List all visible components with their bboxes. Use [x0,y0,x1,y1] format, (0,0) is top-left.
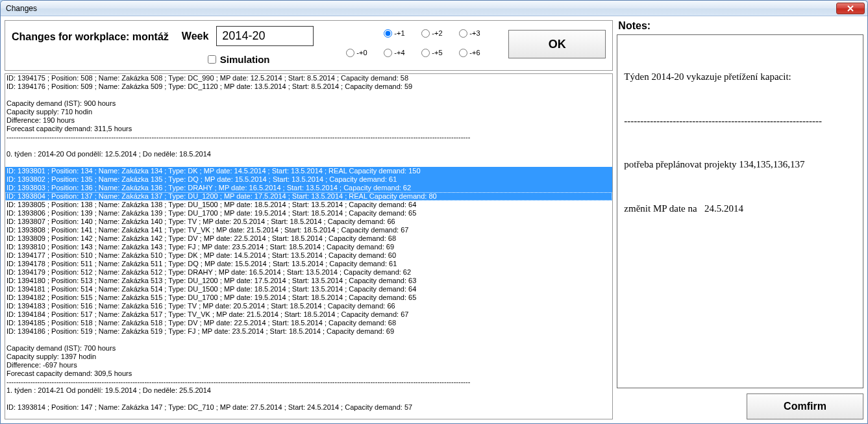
list-item[interactable]: ID: 1394178 ; Position: 511 ; Name: Zaká… [5,260,612,268]
list-divider: ----------------------------------------… [5,133,612,142]
list-item[interactable]: Capacity demand (IST): 700 hours [5,344,612,353]
list-item[interactable]: ID: 1394175 ; Position: 508 ; Name: Zaká… [5,74,612,82]
list-item[interactable]: ID: 1393805 ; Position: 138 ; Name: Zaká… [5,201,612,209]
notes-label: Notes: [617,20,863,32]
changes-list[interactable]: ID: 1394175 ; Position: 508 ; Name: Zaká… [5,74,612,419]
list-item[interactable]: ID: 1394185 ; Position: 518 ; Name: Zaká… [5,319,612,327]
radio-plus4[interactable] [384,49,392,57]
week-offset-radios: -+0 -+1 -+2 -+3 -+4 -+5 [346,26,495,60]
list-item[interactable]: ID: 1394183 ; Position: 516 ; Name: Zaká… [5,302,612,310]
week-input[interactable] [216,26,314,46]
radio-label: -+1 [394,29,404,37]
list-blank [5,158,612,167]
list-item[interactable]: ID: 1394177 ; Position: 510 ; Name: Zaká… [5,251,612,260]
list-item[interactable]: ID: 1393814 ; Position: 147 ; Name: Zaká… [5,403,612,412]
list-item[interactable]: Capacity supply: 710 hodin [5,108,612,116]
list-item[interactable]: ID: 1393808 ; Position: 141 ; Name: Zaká… [5,226,612,234]
list-divider: ----------------------------------------… [5,378,612,386]
list-item[interactable]: ID: 1394186 ; Position: 519 ; Name: Zaká… [5,327,612,336]
radio-label: -+4 [394,49,404,56]
list-blank [5,91,612,99]
close-button[interactable] [836,3,865,14]
list-item[interactable]: 1. týden : 2014-21 Od pondělí: 19.5.2014… [5,386,612,395]
list-item[interactable]: ID: 1394179 ; Position: 512 ; Name: Zaká… [5,268,612,277]
list-item[interactable]: ID: 1394184 ; Position: 517 ; Name: Zaká… [5,310,612,319]
list-item[interactable]: ID: 1393807 ; Position: 140 ; Name: Zaká… [5,218,612,226]
radio-label: -+5 [432,49,442,56]
list-item[interactable]: ID: 1394176 ; Position: 509 ; Name: Zaká… [5,82,612,91]
list-item[interactable]: ID: 1394181 ; Position: 514 ; Name: Zaká… [5,285,612,293]
radio-label: -+3 [469,29,480,37]
radio-plus5[interactable] [421,49,430,57]
radio-label: -+0 [356,49,367,56]
close-icon [847,5,854,12]
list-item[interactable]: ID: 1393804 ; Position: 137 ; Name: Zaká… [5,192,612,201]
list-item[interactable]: Forecast capacity demand: 309,5 hours [5,369,612,378]
notes-line: Týden 2014-20 vykazuje přetížení kapacit… [624,69,856,84]
simulation-checkbox[interactable] [208,55,216,64]
titlebar: Changes [1,1,867,16]
radio-plus0[interactable] [346,49,354,57]
list-item[interactable]: ID: 1394182 ; Position: 515 ; Name: Zaká… [5,293,612,302]
radio-label: -+2 [432,29,442,37]
list-blank [5,142,612,150]
notes-line: změnit MP date na 24.5.2014 [624,201,856,216]
simulation-label: Simulation [220,54,270,65]
list-blank [5,395,612,403]
list-item[interactable]: ID: 1393803 ; Position: 136 ; Name: Zaká… [5,184,612,192]
list-item[interactable]: Capacity demand (IST): 900 hours [5,99,612,108]
panel-title: Changes for workplace: montáž [12,31,169,43]
list-blank [5,336,612,344]
list-item[interactable]: Difference: -697 hours [5,361,612,369]
changes-list-container: ID: 1394175 ; Position: 508 ; Name: Zaká… [5,73,613,419]
list-item[interactable]: ID: 1393810 ; Position: 143 ; Name: Zaká… [5,243,612,251]
list-item[interactable]: Forecast capacity demand: 311,5 hours [5,125,612,133]
list-item[interactable]: ID: 1394180 ; Position: 513 ; Name: Zaká… [5,277,612,285]
week-label: Week [182,31,209,42]
header-panel: Changes for workplace: montáž Week Simul… [5,20,613,71]
list-item[interactable]: ID: 1393801 ; Position: 134 ; Name: Zaká… [5,167,612,175]
confirm-button[interactable]: Comfirm [747,393,863,419]
ok-button[interactable]: OK [508,30,606,58]
list-item[interactable]: Difference: 190 hours [5,116,612,125]
notes-divider: ----------------------------------------… [624,114,856,129]
changes-window: Changes Changes for workplace: montáž We… [0,0,868,424]
radio-plus1[interactable] [384,29,392,38]
radio-plus6[interactable] [459,49,467,57]
list-item[interactable]: ID: 1393802 ; Position: 135 ; Name: Zaká… [5,175,612,184]
list-item[interactable]: Capacity supply: 1397 hodin [5,353,612,361]
notes-textarea[interactable]: Týden 2014-20 vykazuje přetížení kapacit… [617,34,863,388]
window-title: Changes [3,4,836,13]
list-item[interactable]: ID: 1393806 ; Position: 139 ; Name: Zaká… [5,209,612,218]
list-item[interactable]: ID: 1393809 ; Position: 142 ; Name: Zaká… [5,234,612,243]
radio-plus3[interactable] [459,29,467,38]
list-item[interactable]: 0. týden : 2014-20 Od pondělí: 12.5.2014… [5,150,612,158]
notes-line: potřeba přeplánovat projekty 134,135,136… [624,157,856,172]
radio-label: -+6 [469,49,480,56]
radio-plus2[interactable] [421,29,430,38]
